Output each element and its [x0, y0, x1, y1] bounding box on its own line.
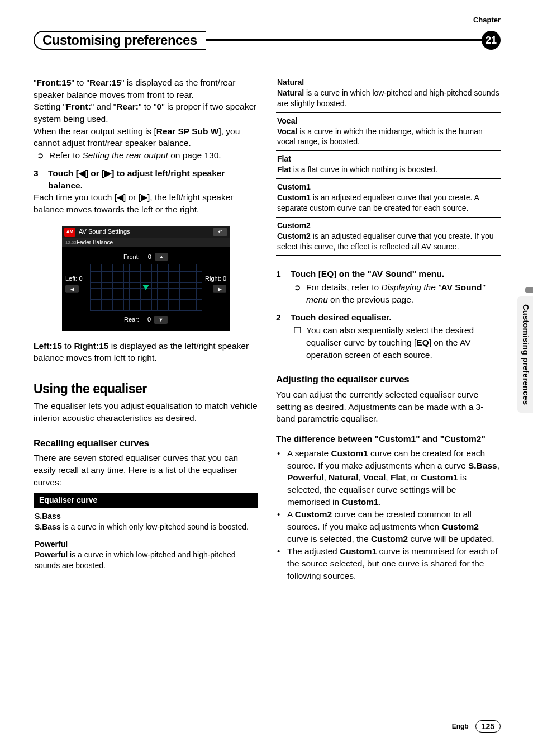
ss-time: 12:03	[65, 239, 77, 245]
left-button[interactable]: ◀	[65, 285, 79, 293]
fader-balance-screenshot: AM AV Sound Settings ↶ 12:03 Fader Balan…	[62, 226, 230, 331]
step-2: 2 Touch desired equaliser. ❐ You can als…	[276, 311, 501, 361]
right-column: NaturalNatural is a curve in which low-p…	[276, 77, 501, 582]
table-header: Equaliser curve	[34, 493, 258, 508]
ss-subtitle: Fader Balance	[77, 239, 113, 247]
footer-language: Engb	[452, 722, 469, 730]
side-tab: Customising preferences	[517, 296, 533, 413]
table-rows-right: NaturalNatural is a curve in which low-p…	[276, 74, 501, 256]
bullet-list: A separate Custom1 curve can be created …	[276, 447, 501, 582]
list-item: A Custom2 curve can be created common to…	[276, 508, 501, 545]
paragraph: There are seven stored equaliser curves …	[34, 452, 258, 488]
step-heading: Touch [EQ] on the "AV Sound" menu.	[291, 268, 501, 280]
table-rows-left: S.BassS.Bass is a curve in which only lo…	[34, 508, 258, 574]
down-button[interactable]: ▼	[154, 316, 168, 324]
paragraph: Each time you touch [◀] or [▶], the left…	[34, 191, 258, 215]
link-icon: ➲	[34, 149, 49, 162]
heading-custom-difference: The difference between "Custom1" and "Cu…	[276, 433, 501, 445]
paragraph: When the rear output setting is [Rear SP…	[34, 125, 258, 149]
list-item: A separate Custom1 curve can be created …	[276, 447, 501, 508]
note-icon: ❐	[291, 324, 306, 361]
table-row: Custom1Custom1 is an adjusted equaliser …	[276, 179, 501, 218]
table-row: S.BassS.Bass is a curve in which only lo…	[34, 508, 258, 536]
table-row: FlatFlat is a flat curve in which nothin…	[276, 151, 501, 179]
am-icon: AM	[64, 228, 75, 237]
paragraph: You can adjust the currently selected eq…	[276, 389, 501, 425]
left-column: "Front:15" to "Rear:15" is displayed as …	[34, 77, 258, 582]
balance-indicator[interactable]	[142, 285, 149, 290]
heading-adjusting-curves: Adjusting the equaliser curves	[276, 373, 501, 386]
step-note: For details, refer to Displaying the "AV…	[306, 281, 501, 305]
reference-bullet: ➲ Refer to Setting the rear output on pa…	[34, 149, 258, 162]
list-item: The adjusted Custom1 curve is memorised …	[276, 545, 501, 582]
footer-page-number: 125	[475, 720, 501, 733]
link-icon: ➲	[291, 281, 306, 305]
step-3: 3 Touch [◀] or [▶] to adjust left/right …	[34, 167, 258, 191]
step-1: 1 Touch [EQ] on the "AV Sound" menu. ➲ F…	[276, 268, 501, 305]
ss-title: AV Sound Settings	[79, 228, 130, 236]
step-note: You can also sequentially select the des…	[306, 324, 501, 361]
back-icon[interactable]: ↶	[213, 228, 227, 236]
chapter-label: Chapter	[473, 16, 501, 24]
table-row: PowerfulPowerful is a curve in which low…	[34, 536, 258, 575]
paragraph: The equaliser lets you adjust equalisati…	[34, 400, 258, 424]
paragraph: "Front:15" to "Rear:15" is displayed as …	[34, 77, 258, 101]
right-button[interactable]: ▶	[213, 285, 226, 293]
table-row: Custom2Custom2 is an adjusted equaliser …	[276, 218, 501, 256]
page-title: Customising preferences	[34, 31, 206, 50]
heading-using-equaliser: Using the equaliser	[34, 380, 258, 398]
step-heading: Touch [◀] or [▶] to adjust left/right sp…	[48, 167, 258, 191]
title-bar: Customising preferences 21	[34, 31, 501, 50]
heading-recalling-curves: Recalling equaliser curves	[34, 437, 258, 450]
table-row: NaturalNatural is a curve in which low-p…	[276, 74, 501, 113]
paragraph: Setting "Front:" and "Rear:" to "0" is p…	[34, 101, 258, 125]
side-accent	[525, 287, 533, 293]
paragraph: Left:15 to Right:15 is displayed as the …	[34, 340, 258, 364]
table-row: VocalVocal is a curve in which the midra…	[276, 113, 501, 152]
chapter-number-badge: 21	[482, 31, 501, 50]
step-heading: Touch desired equaliser.	[291, 311, 501, 324]
footer: Engb 125	[452, 720, 501, 733]
up-button[interactable]: ▲	[155, 253, 168, 261]
